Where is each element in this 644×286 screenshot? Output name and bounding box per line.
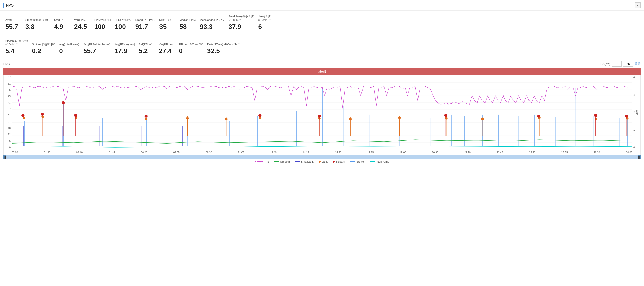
svg-point-91 xyxy=(481,118,484,120)
scrollbar-left-handle[interactable]: ||| xyxy=(3,155,6,159)
metric-min-fps: Min(FPS)35 xyxy=(159,17,179,31)
chart-header: FPS FPS(>=) 重置 xyxy=(3,61,641,67)
svg-point-119 xyxy=(625,115,628,118)
svg-point-52 xyxy=(244,87,245,88)
svg-rect-32 xyxy=(576,88,576,146)
svg-point-107 xyxy=(145,115,148,118)
svg-point-64 xyxy=(554,86,555,87)
svg-point-115 xyxy=(537,115,540,118)
svg-rect-37 xyxy=(62,126,63,146)
metric-fps18: FPS>=18 [%]100 xyxy=(94,17,115,31)
panel-title: FPS xyxy=(3,3,14,8)
svg-point-51 xyxy=(218,87,219,88)
y-axis-right: 4 3 2 1 0 Jank xyxy=(632,75,640,150)
metric-bigjank: BigJank(严重卡顿)(/10min) ?5.4 xyxy=(5,38,32,56)
svg-point-79 xyxy=(225,118,227,120)
metrics-row-2: BigJank(严重卡顿)(/10min) ?5.4Stutter(卡顿率) [… xyxy=(5,38,639,56)
svg-point-113 xyxy=(444,114,447,117)
reset-button[interactable]: 重置 xyxy=(635,62,641,66)
svg-rect-14 xyxy=(102,118,103,146)
svg-rect-19 xyxy=(296,111,297,146)
chart-section: FPS FPS(>=) 重置 label1 676155494337312418… xyxy=(0,59,644,167)
chart-title: FPS xyxy=(3,62,10,66)
legend: FPS Smooth SmallJank Jank BigJank Stutte… xyxy=(3,159,641,165)
svg-point-71 xyxy=(41,115,44,118)
metric-var-fps: Var(FPS)24.5 xyxy=(74,17,94,31)
metric-medrange-fps: MedRange(FPS)[%]93.3 xyxy=(200,17,228,31)
metric-std-ftime: Std(FTime)5.2 xyxy=(139,42,159,56)
fps-input-18[interactable] xyxy=(612,61,622,67)
svg-point-89 xyxy=(445,117,447,120)
collapse-button[interactable]: ▼ xyxy=(635,2,641,8)
label-bar: label1 xyxy=(3,68,641,75)
svg-point-105 xyxy=(74,114,77,117)
svg-point-99 xyxy=(21,114,24,117)
smooth-legend: Smooth xyxy=(274,160,290,163)
svg-rect-33 xyxy=(594,116,594,146)
svg-rect-24 xyxy=(431,118,431,146)
svg-point-49 xyxy=(166,88,167,89)
y-axis-right-label: Jank xyxy=(636,110,639,115)
svg-rect-26 xyxy=(464,116,465,146)
svg-rect-38 xyxy=(100,126,100,146)
metric-avg-fps-interframe: Avg(FPS+InterFrame)55.7 xyxy=(83,42,114,56)
svg-point-109 xyxy=(258,114,261,117)
title-bar-decoration xyxy=(3,3,4,8)
scrollbar-track[interactable]: ||| ||| xyxy=(3,155,641,159)
svg-rect-30 xyxy=(534,115,535,146)
metrics-row-1: Avg(FPS)55.7Smooth(稳帧指数) ?3.8Std(FPS)4.9… xyxy=(5,14,639,32)
metric-smooth: Smooth(稳帧指数) ?3.8 xyxy=(25,17,54,31)
svg-point-63 xyxy=(529,100,530,101)
svg-point-101 xyxy=(41,113,44,116)
svg-point-85 xyxy=(349,118,352,120)
chart-plot xyxy=(12,76,632,150)
fps-input-25[interactable] xyxy=(623,61,633,67)
metrics-section-1: Avg(FPS)55.7Smooth(稳帧指数) ?3.8Std(FPS)4.9… xyxy=(0,11,644,35)
metric-avg-fps: Avg(FPS)55.7 xyxy=(5,17,25,31)
chart-svg xyxy=(12,76,632,150)
svg-point-57 xyxy=(373,86,374,87)
svg-rect-40 xyxy=(182,126,183,146)
metric-avg-ftime: Avg(FTime) [ms]17.9 xyxy=(114,42,139,56)
metric-stutter: Stutter(卡顿率) [%]0.2 xyxy=(32,42,59,56)
svg-point-54 xyxy=(296,89,297,90)
svg-point-55 xyxy=(321,87,323,88)
svg-point-111 xyxy=(318,115,321,118)
metric-drop-fps: Drop(FPS) [/h] ?91.7 xyxy=(135,17,159,31)
x-axis: 00:0001:3503:1004:4506:2007:5509:3011:05… xyxy=(12,150,632,155)
metric-std-fps: Std(FPS)4.9 xyxy=(54,17,74,31)
svg-rect-34 xyxy=(620,118,620,146)
svg-rect-22 xyxy=(369,115,369,146)
svg-rect-18 xyxy=(257,116,258,146)
scrollbar-right-handle[interactable]: ||| xyxy=(638,155,641,159)
fps-legend: FPS xyxy=(255,160,269,163)
svg-rect-17 xyxy=(229,121,230,146)
metrics-section-2: BigJank(严重卡顿)(/10min) ?5.4Stutter(卡顿率) [… xyxy=(0,35,644,59)
svg-rect-29 xyxy=(519,116,519,146)
svg-point-45 xyxy=(63,89,64,90)
svg-point-53 xyxy=(270,86,271,87)
panel-header: FPS ▼ xyxy=(0,0,644,11)
metric-delta-ftime: Delta(FTime)>100ms [/h] ?32.5 xyxy=(207,42,244,56)
svg-point-66 xyxy=(606,87,607,88)
metric-median-fps: Median(FPS)58 xyxy=(179,17,200,31)
svg-point-56 xyxy=(347,87,348,88)
svg-point-59 xyxy=(425,86,426,87)
svg-point-43 xyxy=(19,105,20,106)
chart-area: 6761554943373124181260 4 3 2 1 0 Jank xyxy=(3,75,641,155)
svg-point-42 xyxy=(12,87,12,88)
svg-point-73 xyxy=(75,117,77,119)
metric-avg-interframe: Avg(InterFrame)0 xyxy=(59,42,83,56)
metric-jank: Jank(卡顿)(/10min) ?6 xyxy=(258,14,278,32)
svg-point-87 xyxy=(398,117,401,119)
svg-point-103 xyxy=(62,101,65,104)
metric-fps25: FPS>=25 [%]100 xyxy=(115,17,135,31)
smalljank-legend: SmallJank xyxy=(295,160,314,163)
fps-filter-label: FPS(>=) xyxy=(599,62,610,66)
jank-legend: Jank xyxy=(319,160,328,163)
svg-rect-21 xyxy=(343,106,343,146)
svg-rect-31 xyxy=(555,117,556,146)
svg-rect-39 xyxy=(141,126,141,146)
svg-rect-25 xyxy=(451,115,452,146)
svg-point-46 xyxy=(89,87,90,88)
